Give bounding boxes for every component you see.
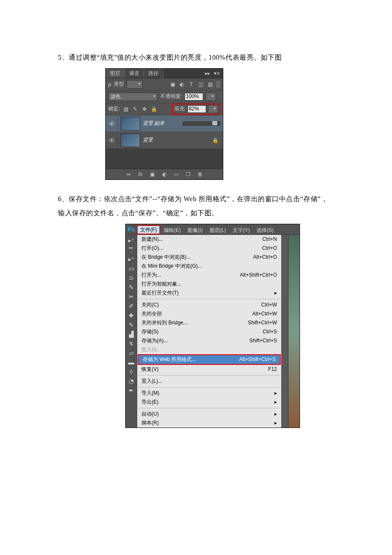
tool-ruler-strip: ┅ [127, 250, 136, 254]
menu-item-saveas[interactable]: 存储为(A)...Shift+Ctrl+S [137, 336, 281, 345]
menu-item-saveweb[interactable]: 存储为 Web 所用格式...Alt+Shift+Ctrl+S [138, 355, 280, 364]
layer-bg-copy[interactable]: 背景 副本 [106, 116, 223, 132]
layer-bg[interactable]: 背景 🔒 [106, 132, 223, 149]
toolbar-expand[interactable]: ▸▸ [127, 245, 136, 250]
search-icon: ρ [108, 81, 111, 87]
menu-item-save[interactable]: 存储(S)Ctrl+S [137, 327, 281, 336]
tool-blur[interactable]: ◊ [127, 367, 136, 376]
tab-paths[interactable]: 路径 [144, 69, 163, 78]
tools-panel: ▸⁺ ▸▸ ┅ ▸⁺ ▭ ⊃ ✎ ✂ ✐ ✚ ✎ ▟ ↯ ▱ ▬ ◊ ◔ ✒ [126, 235, 137, 428]
menu-layer[interactable]: 图层(L) [206, 226, 230, 234]
menu-item-label: 签入(I)... [141, 346, 161, 353]
menu-item-new[interactable]: 新建(N)...Ctrl+N [137, 235, 281, 244]
filter-adjust-icon[interactable]: ◐ [179, 81, 185, 88]
lock-image-icon[interactable]: ✎ [132, 106, 138, 113]
link-layers-icon[interactable]: ⇔ [125, 171, 132, 178]
layers-empty [106, 149, 223, 169]
menu-item-label: 在 Bridge 中浏览(B)... [141, 254, 190, 261]
new-group-icon[interactable]: ▭ [173, 171, 180, 178]
tool-quick-select[interactable]: ✎ [127, 283, 136, 292]
filter-pixel-icon[interactable]: ▣ [169, 81, 176, 88]
tool-lasso[interactable]: ⊃ [127, 273, 136, 283]
menu-item-closeall[interactable]: 关闭全部Alt+Ctrl+W [137, 309, 281, 318]
tool-pen[interactable]: ✒ [127, 386, 136, 395]
menu-item-open[interactable]: 打开(O)...Ctrl+O [137, 244, 281, 253]
menu-item-openas[interactable]: 打开为...Alt+Shift+Ctrl+O [137, 271, 281, 280]
layer-effects-icon[interactable]: fx [137, 171, 144, 178]
tool-stamp[interactable]: ▟ [127, 330, 136, 339]
svg-point-1 [111, 123, 112, 124]
menu-item-opensmart[interactable]: 打开为智能对象... [137, 280, 281, 289]
menu-item-place[interactable]: 置入(L)... [137, 377, 281, 386]
menu-item-export[interactable]: 导出(E)▸ [137, 398, 281, 407]
opacity-dropdown[interactable] [206, 92, 216, 101]
layers-panel: 图层 通道 路径 ▸▸ ▾≡ ρ 类型 ▣ ◐ T ◫ ▧ 滤色 不透明度: 1… [105, 68, 223, 180]
layer-mask-icon[interactable]: ▣ [149, 171, 156, 178]
tool-artboard[interactable]: ▸⁺ [127, 254, 136, 264]
menu-item-label: 脚本(R) [141, 419, 159, 427]
lock-transparent-icon[interactable]: ▨ [122, 106, 129, 113]
layer-kind-select[interactable] [127, 80, 143, 89]
menu-item-recent[interactable]: 最近打开文件(T)▸ [137, 289, 281, 298]
visibility-toggle[interactable] [106, 116, 118, 132]
lock-all-icon[interactable]: 🔒 [150, 106, 157, 113]
layers-panel-tabs: 图层 通道 路径 ▸▸ ▾≡ [106, 69, 223, 78]
lock-icon: 🔒 [212, 137, 219, 144]
menu-item-shortcut: Ctrl+S [262, 329, 277, 335]
menu-item-automate[interactable]: 自动(U)▸ [137, 410, 281, 419]
collapse-icon[interactable]: ▸▸ [204, 70, 211, 77]
menu-item-revert[interactable]: 恢复(V)F12 [137, 365, 281, 374]
tool-healing[interactable]: ✚ [127, 311, 136, 320]
filter-type-icon[interactable]: T [188, 81, 195, 88]
menu-item-scripts[interactable]: 脚本(R)▸ [137, 419, 281, 428]
filter-shape-icon[interactable]: ◫ [197, 81, 204, 88]
menu-edit[interactable]: 编辑(E) [160, 226, 184, 234]
menu-item-close[interactable]: 关闭(C)Ctrl+W [137, 301, 281, 309]
blend-mode-select[interactable]: 滤色 [108, 92, 158, 101]
menu-image[interactable]: 图像(I) [184, 226, 206, 234]
fill-slider-knob[interactable] [212, 121, 217, 125]
menubar: Ps 文件(F) 编辑(E) 图像(I) 图层(L) 文字(Y) 选择(S) [126, 224, 300, 235]
menu-file[interactable]: 文件(F) [137, 225, 160, 234]
menu-item-label: 存储(S) [141, 328, 159, 335]
tool-eyedropper[interactable]: ✐ [127, 301, 136, 311]
new-layer-icon[interactable]: ❐ [185, 171, 192, 178]
menu-type[interactable]: 文字(Y) [229, 226, 253, 234]
photoshop-logo: Ps [126, 224, 137, 234]
menu-item-label: 恢复(V) [141, 366, 159, 373]
menu-item-closego[interactable]: 关闭并转到 Bridge...Shift+Ctrl+W [137, 318, 281, 327]
file-menu-screenshot: Ps 文件(F) 编辑(E) 图像(I) 图层(L) 文字(Y) 选择(S) ▸… [125, 224, 300, 428]
tool-crop[interactable]: ✂ [127, 292, 136, 301]
menu-select[interactable]: 选择(S) [253, 226, 277, 234]
filter-toggle[interactable] [216, 81, 220, 88]
visibility-toggle[interactable] [106, 132, 118, 148]
menu-item-shortcut: Ctrl+W [261, 302, 277, 308]
tool-eraser[interactable]: ▱ [127, 348, 136, 358]
tool-dodge[interactable]: ◔ [127, 376, 136, 386]
adjustment-layer-icon[interactable]: ◐ [161, 171, 168, 178]
menu-item-label: 打开(O)... [141, 245, 163, 252]
opacity-value[interactable]: 100% [184, 93, 203, 101]
filter-smart-icon[interactable]: ▧ [207, 81, 213, 88]
menu-item-import[interactable]: 导入(M)▸ [137, 389, 281, 398]
menu-item-minibrowse[interactable]: 在 Mini Bridge 中浏览(G)... [137, 262, 281, 271]
tab-channels[interactable]: 通道 [125, 69, 144, 78]
fill-value[interactable]: 82% [187, 105, 206, 113]
delete-layer-icon[interactable]: 🗑 [197, 171, 204, 178]
submenu-arrow-icon: ▸ [274, 399, 277, 405]
fill-dropdown[interactable] [208, 105, 218, 113]
tool-marquee[interactable]: ▭ [127, 264, 136, 273]
tool-brush[interactable]: ✎ [127, 320, 136, 330]
menu-item-shortcut: F12 [268, 366, 277, 372]
panel-menu-icon[interactable]: ▾≡ [213, 70, 220, 77]
tool-move[interactable]: ▸⁺ [127, 236, 136, 245]
tool-history-brush[interactable]: ↯ [127, 339, 136, 348]
menu-separator [138, 408, 280, 408]
tab-layers[interactable]: 图层 [106, 69, 125, 78]
tool-gradient[interactable]: ▬ [127, 358, 136, 367]
menu-item-label: 在 Mini Bridge 中浏览(G)... [141, 263, 202, 270]
menu-item-browse[interactable]: 在 Bridge 中浏览(B)...Alt+Ctrl+O [137, 253, 281, 262]
lock-position-icon[interactable]: ✥ [141, 106, 148, 113]
fill-slider[interactable] [183, 121, 220, 126]
menu-item-checkin[interactable]: 签入(I)... [137, 345, 281, 354]
